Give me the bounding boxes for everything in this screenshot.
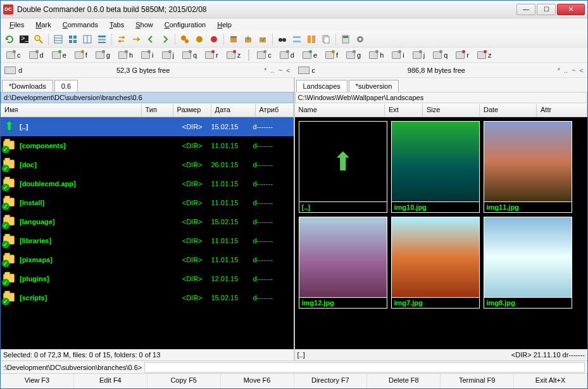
left-home-icon[interactable]: ~ bbox=[278, 67, 282, 74]
file-row[interactable]: ✓[install]<DIR>11.01.15d------- bbox=[1, 193, 294, 212]
drive-f[interactable]: f bbox=[72, 49, 91, 61]
menu-help[interactable]: Help bbox=[212, 20, 237, 30]
drive-q[interactable]: q bbox=[430, 49, 451, 61]
target-icon[interactable] bbox=[130, 33, 142, 46]
column-header[interactable]: Attr bbox=[537, 104, 587, 117]
binoculars-icon[interactable] bbox=[276, 33, 289, 46]
left-fav-icon[interactable]: * bbox=[264, 67, 266, 74]
menu-files[interactable]: Files bbox=[4, 20, 29, 30]
right-path[interactable]: C:\Windows\Web\Wallpaper\Landscapes bbox=[295, 92, 588, 103]
multirename-icon[interactable] bbox=[291, 33, 303, 46]
right-fav-icon[interactable]: * bbox=[558, 67, 560, 74]
drive-e[interactable]: e bbox=[49, 49, 70, 61]
file-row[interactable]: ✓[language]<DIR>15.02.15d------- bbox=[1, 212, 294, 231]
drive-d[interactable]: d bbox=[26, 49, 47, 61]
forward-icon[interactable] bbox=[159, 33, 172, 46]
unpack-icon[interactable] bbox=[242, 33, 254, 46]
column-header[interactable]: Date bbox=[480, 104, 537, 117]
column-header[interactable]: Name bbox=[295, 104, 385, 117]
drive-i[interactable]: i bbox=[138, 49, 156, 61]
drive-e[interactable]: e bbox=[299, 49, 320, 61]
thumbnail[interactable]: img12.jpg bbox=[299, 217, 387, 309]
column-header[interactable]: Дата bbox=[211, 104, 256, 117]
fkey-button[interactable]: Delete F8 bbox=[367, 374, 441, 388]
drive-f[interactable]: f bbox=[322, 49, 341, 61]
left-path[interactable]: d:\Development\DC\subversion\branches\0.… bbox=[1, 92, 294, 103]
drive-q[interactable]: q bbox=[179, 49, 200, 61]
test-icon[interactable]: ✓ bbox=[256, 33, 269, 46]
tab[interactable]: *subversion bbox=[349, 80, 399, 92]
file-row[interactable]: ✓[doublecmd.app]<DIR>11.01.15d------- bbox=[1, 174, 294, 193]
column-header[interactable]: Size bbox=[423, 104, 480, 117]
file-row[interactable]: ✓[doc]<DIR>26.01.15d------- bbox=[1, 155, 294, 174]
drive-g[interactable]: g bbox=[343, 49, 364, 61]
fkey-button[interactable]: View F3 bbox=[1, 374, 74, 388]
file-row[interactable]: ✓[scripts]<DIR>15.02.15d------- bbox=[1, 288, 294, 307]
drive-z[interactable]: z bbox=[474, 49, 495, 61]
column-header[interactable]: Размер bbox=[173, 104, 211, 117]
view3-icon[interactable] bbox=[81, 33, 94, 46]
menu-mark[interactable]: Mark bbox=[30, 20, 56, 30]
settings-icon[interactable] bbox=[354, 33, 366, 46]
drive-g[interactable]: g bbox=[92, 49, 113, 61]
back-icon[interactable] bbox=[144, 33, 157, 46]
terminal-icon[interactable]: >_ bbox=[18, 33, 30, 46]
maximize-button[interactable]: ☐ bbox=[537, 4, 556, 15]
drive-d[interactable]: d bbox=[277, 49, 297, 61]
drive-r[interactable]: r bbox=[202, 49, 222, 61]
left-drive-label[interactable]: d bbox=[4, 67, 22, 74]
column-header[interactable]: Атриб bbox=[256, 104, 294, 117]
thumbnail[interactable]: img11.jpg bbox=[484, 121, 572, 213]
right-up-icon[interactable]: < bbox=[580, 67, 584, 74]
pack-icon[interactable] bbox=[227, 33, 240, 46]
gears3-icon[interactable] bbox=[208, 33, 220, 46]
gears1-icon[interactable] bbox=[178, 33, 191, 46]
left-filelist[interactable]: ⬆[..]<DIR>15.02.15d-------✓[components]<… bbox=[1, 117, 294, 349]
command-input[interactable] bbox=[144, 362, 585, 373]
menu-tabs[interactable]: Tabs bbox=[104, 20, 129, 30]
minimize-button[interactable]: — bbox=[516, 4, 535, 15]
right-drive-label[interactable]: c bbox=[298, 67, 316, 74]
menu-configuration[interactable]: Configuration bbox=[160, 20, 211, 30]
view4-icon[interactable] bbox=[96, 33, 108, 46]
thumbnail[interactable]: img10.jpg bbox=[391, 121, 480, 213]
refresh-icon[interactable] bbox=[3, 33, 16, 46]
menu-show[interactable]: Show bbox=[130, 20, 158, 30]
fkey-button[interactable]: Exit Alt+X bbox=[514, 374, 587, 388]
drive-r[interactable]: r bbox=[453, 49, 472, 61]
fkey-button[interactable]: Directory F7 bbox=[294, 374, 368, 388]
drive-j[interactable]: j bbox=[159, 49, 177, 61]
fkey-button[interactable]: Terminal F9 bbox=[441, 374, 514, 388]
search-icon[interactable] bbox=[32, 33, 45, 46]
column-header[interactable]: Тип bbox=[142, 104, 173, 117]
fkey-button[interactable]: Move F6 bbox=[221, 374, 294, 388]
thumbnail[interactable]: ⬆[..] bbox=[299, 121, 387, 213]
tab[interactable]: 0.6 bbox=[54, 80, 78, 92]
drive-z[interactable]: z bbox=[223, 49, 244, 61]
view1-icon[interactable] bbox=[52, 33, 65, 46]
right-thumblist[interactable]: ⬆[..]img10.jpgimg11.jpgimg12.jpgimg7.jpg… bbox=[295, 117, 588, 349]
copynames-icon[interactable] bbox=[320, 33, 332, 46]
menu-commands[interactable]: Commands bbox=[58, 20, 103, 30]
column-header[interactable]: Имя bbox=[1, 104, 142, 117]
drive-i[interactable]: i bbox=[389, 49, 407, 61]
close-button[interactable]: ✕ bbox=[557, 4, 585, 15]
gears2-icon[interactable] bbox=[193, 33, 206, 46]
right-home-icon[interactable]: ~ bbox=[572, 67, 575, 74]
fkey-button[interactable]: Copy F5 bbox=[147, 374, 221, 388]
swap-icon[interactable] bbox=[115, 33, 128, 46]
tab[interactable]: Landscapes bbox=[296, 80, 347, 92]
file-row[interactable]: ✓[pixmaps]<DIR>11.01.15d------- bbox=[1, 250, 294, 269]
sync-icon[interactable] bbox=[305, 33, 318, 46]
drive-h[interactable]: h bbox=[366, 49, 387, 61]
file-row[interactable]: ⬆[..]<DIR>15.02.15d------- bbox=[1, 117, 294, 136]
left-root-icon[interactable]: .. bbox=[271, 67, 275, 74]
view2-icon[interactable] bbox=[66, 33, 79, 46]
drive-c[interactable]: c bbox=[3, 49, 24, 61]
right-root-icon[interactable]: .. bbox=[564, 67, 568, 74]
left-up-icon[interactable]: < bbox=[286, 67, 290, 74]
column-header[interactable]: Ext bbox=[385, 104, 423, 117]
file-row[interactable]: ✓[libraries]<DIR>11.01.15d------- bbox=[1, 231, 294, 250]
file-row[interactable]: ✓[plugins]<DIR>12.01.15d------- bbox=[1, 269, 294, 288]
fkey-button[interactable]: Edit F4 bbox=[74, 374, 147, 388]
